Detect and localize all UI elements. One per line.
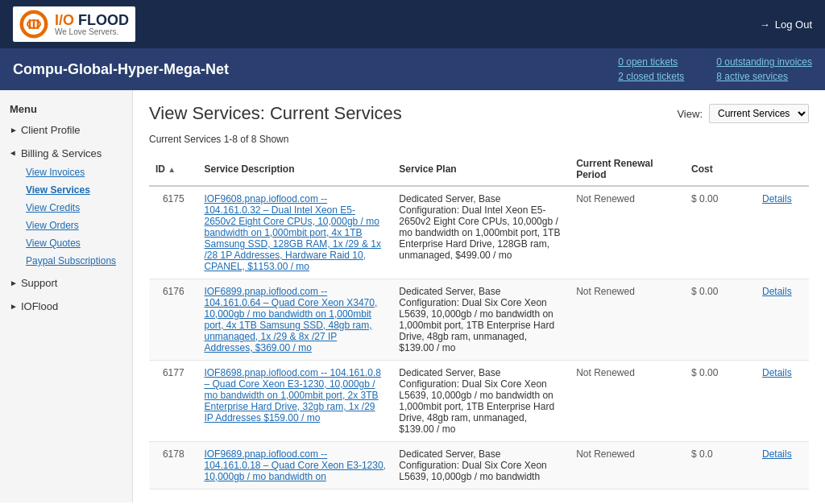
logout-icon: →	[760, 19, 770, 31]
closed-tickets-link[interactable]: 2 closed tickets	[618, 71, 684, 82]
row-cost-6175: $ 0.00	[685, 186, 756, 279]
details-link-6175[interactable]: Details	[762, 193, 792, 204]
billing-label: Billing & Services	[21, 147, 102, 159]
row-description-6178: IOF9689.pnap.ioflood.com -- 104.161.0.18…	[197, 442, 392, 490]
support-label: Support	[21, 277, 58, 289]
sidebar-link-orders[interactable]: View Orders	[16, 217, 132, 234]
logo-text: I/O FLOOD We Love Servers.	[55, 13, 129, 36]
sidebar-link-paypal[interactable]: Paypal Subscriptions	[16, 252, 132, 270]
services-table: ID ▲ Service Description Service Plan Cu…	[149, 153, 809, 490]
row-description-6177: IOF8698.pnap.ioflood.com -- 104.161.0.8 …	[197, 361, 392, 442]
logout-button[interactable]: → Log Out	[760, 19, 812, 31]
sidebar-client-profile-header[interactable]: ► Client Profile	[0, 120, 132, 140]
billing-links: View Invoices View Services View Credits…	[0, 163, 132, 270]
service-link-6175[interactable]: IOF9608.pnap.ioflood.com -- 104.161.0.32…	[204, 193, 380, 272]
col-header-cost: Cost	[685, 153, 756, 186]
client-profile-label: Client Profile	[21, 124, 81, 136]
sidebar-link-credits[interactable]: View Credits	[16, 199, 132, 217]
records-info: Current Services 1-8 of 8 Shown	[149, 134, 809, 145]
view-label: View:	[677, 108, 703, 120]
ticket-info: 0 open tickets 2 closed tickets 0 outsta…	[618, 56, 812, 82]
sidebar-section-client-profile: ► Client Profile	[0, 120, 132, 140]
row-action-6175: Details	[756, 186, 809, 279]
page-title-area: View Services: Current Services View: Cu…	[149, 103, 809, 124]
logo-icon	[19, 10, 48, 39]
ticket-col2: 0 outstanding invoices 8 active services	[716, 56, 812, 82]
col-header-plan: Service Plan	[392, 153, 570, 186]
row-cost-6178: $ 0.0	[685, 442, 756, 490]
layout: Menu ► Client Profile ▼ Billing & Servic…	[0, 90, 825, 502]
details-link-6176[interactable]: Details	[762, 286, 792, 297]
col-header-description: Service Description	[197, 153, 392, 186]
row-plan-6175: Dedicated Server, Base Configuration: Du…	[392, 186, 570, 279]
page-title: View Services: Current Services	[149, 103, 402, 124]
row-action-6176: Details	[756, 279, 809, 361]
table-row: 6177 IOF8698.pnap.ioflood.com -- 104.161…	[149, 361, 809, 442]
logo-brand: I/O FLOOD	[55, 13, 129, 27]
table-row: 6178 IOF9689.pnap.ioflood.com -- 104.161…	[149, 442, 809, 490]
sidebar-section-billing: ▼ Billing & Services View Invoices View …	[0, 143, 132, 270]
row-id-6178: 6178	[149, 442, 197, 490]
service-link-6176[interactable]: IOF6899.pnap.ioflood.com -- 104.161.0.64…	[204, 286, 377, 353]
col-header-action	[756, 153, 809, 186]
main-content: View Services: Current Services View: Cu…	[133, 90, 825, 502]
ioflood-arrow: ►	[10, 302, 18, 311]
row-plan-6177: Dedicated Server, Base Configuration: Du…	[392, 361, 570, 442]
row-plan-6178: Dedicated Server, Base Configuration: Du…	[392, 442, 570, 490]
row-description-6176: IOF6899.pnap.ioflood.com -- 104.161.0.64…	[197, 279, 392, 361]
row-id-6176: 6176	[149, 279, 197, 361]
sidebar-billing-header[interactable]: ▼ Billing & Services	[0, 143, 132, 163]
details-link-6177[interactable]: Details	[762, 367, 792, 378]
sidebar-link-services[interactable]: View Services	[16, 181, 132, 199]
active-services-link[interactable]: 8 active services	[716, 71, 812, 82]
service-link-6177[interactable]: IOF8698.pnap.ioflood.com -- 104.161.0.8 …	[204, 367, 380, 423]
logo-tagline: We Love Servers.	[55, 27, 129, 36]
logo-flood: FLOOD	[74, 12, 129, 28]
header: I/O FLOOD We Love Servers. → Log Out	[0, 0, 825, 48]
sidebar-section-ioflood: ► IOFlood	[0, 296, 132, 316]
row-renewal-6175: Not Renewed	[570, 186, 685, 279]
row-cost-6177: $ 0.00	[685, 361, 756, 442]
row-action-6177: Details	[756, 361, 809, 442]
subheader: Compu-Global-Hyper-Mega-Net 0 open ticke…	[0, 48, 825, 90]
row-renewal-6176: Not Renewed	[570, 279, 685, 361]
sidebar-ioflood-header[interactable]: ► IOFlood	[0, 296, 132, 316]
row-cost-6176: $ 0.00	[685, 279, 756, 361]
logo-area: I/O FLOOD We Love Servers.	[13, 6, 135, 42]
row-plan-6176: Dedicated Server, Base Configuration: Du…	[392, 279, 570, 361]
col-header-id[interactable]: ID ▲	[149, 153, 197, 186]
row-action-6178: Details	[756, 442, 809, 490]
row-id-6177: 6177	[149, 361, 197, 442]
row-description-6175: IOF9608.pnap.ioflood.com -- 104.161.0.32…	[197, 186, 392, 279]
row-renewal-6177: Not Renewed	[570, 361, 685, 442]
client-profile-arrow: ►	[10, 126, 18, 134]
ticket-col1: 0 open tickets 2 closed tickets	[618, 56, 684, 82]
billing-arrow: ▼	[9, 150, 18, 158]
services-tbody: 6175 IOF9608.pnap.ioflood.com -- 104.161…	[149, 186, 809, 490]
ioflood-label: IOFlood	[21, 300, 58, 312]
view-selector-area: View: Current Services	[677, 104, 809, 123]
col-header-renewal: Current Renewal Period	[570, 153, 685, 186]
sort-arrow-id: ▲	[168, 165, 176, 174]
logo-io: I/O	[55, 12, 74, 28]
row-renewal-6178: Not Renewed	[570, 442, 685, 490]
sidebar-link-quotes[interactable]: View Quotes	[16, 234, 132, 252]
details-link-6178[interactable]: Details	[762, 448, 792, 460]
company-name: Compu-Global-Hyper-Mega-Net	[13, 61, 229, 78]
sidebar-section-support: ► Support	[0, 273, 132, 293]
logout-label: Log Out	[775, 19, 812, 31]
support-arrow: ►	[10, 279, 18, 287]
open-tickets-link[interactable]: 0 open tickets	[618, 56, 684, 68]
sidebar-menu-label[interactable]: Menu	[0, 98, 132, 120]
sidebar: Menu ► Client Profile ▼ Billing & Servic…	[0, 90, 133, 502]
sidebar-support-header[interactable]: ► Support	[0, 273, 132, 293]
sidebar-link-invoices[interactable]: View Invoices	[16, 163, 132, 181]
row-id-6175: 6175	[149, 186, 197, 279]
outstanding-invoices-link[interactable]: 0 outstanding invoices	[716, 56, 812, 68]
table-row: 6175 IOF9608.pnap.ioflood.com -- 104.161…	[149, 186, 809, 279]
table-header-row: ID ▲ Service Description Service Plan Cu…	[149, 153, 809, 186]
service-link-6178[interactable]: IOF9689.pnap.ioflood.com -- 104.161.0.18…	[204, 448, 386, 482]
table-row: 6176 IOF6899.pnap.ioflood.com -- 104.161…	[149, 279, 809, 361]
view-select[interactable]: Current Services	[709, 104, 809, 123]
